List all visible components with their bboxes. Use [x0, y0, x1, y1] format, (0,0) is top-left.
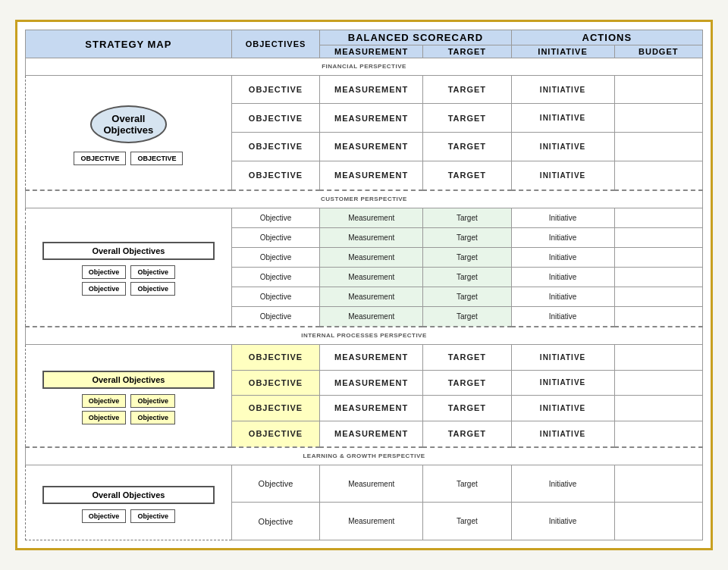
financial-row1-budget	[614, 75, 703, 104]
internal-perspective-label: INTERNAL PROCESSES PERSPECTIVE	[26, 327, 703, 345]
customer-overall-box: Overall Objectives	[42, 242, 215, 260]
learning-row2-budget	[614, 503, 703, 540]
financial-row2-meas: MEASUREMENT	[320, 104, 423, 133]
customer-row1-init: Initiative	[511, 208, 614, 227]
financial-row2-init: INITIATIVE	[511, 104, 614, 133]
customer-row5-budget	[614, 287, 703, 306]
internal-row3-budget	[614, 396, 703, 421]
internal-row4-obj: OBJECTIVE	[231, 421, 319, 447]
financial-row2-target: TARGET	[423, 104, 511, 133]
customer-obj-box-3: Objective	[82, 282, 127, 296]
customer-perspective-label: CUSTOMER PERSPECTIVE	[26, 190, 703, 208]
internal-row1-budget	[614, 344, 703, 370]
financial-row1-init: INITIATIVE	[511, 75, 614, 104]
financial-obj-box-2: OBJECTIVE	[130, 152, 183, 165]
internal-row2-target: TARGET	[423, 370, 511, 396]
customer-row1-meas: Measurement	[320, 208, 423, 227]
customer-row2-obj: Objective	[231, 227, 319, 247]
internal-row2-init: INITIATIVE	[511, 370, 614, 396]
customer-row5-target: Target	[423, 287, 511, 306]
internal-row3-meas: MEASUREMENT	[320, 396, 423, 421]
scorecard-table: STRATEGY MAP OBJECTIVES BALANCED SCORECA…	[25, 30, 703, 540]
customer-row3-target: Target	[423, 247, 511, 267]
header-target: TARGET	[423, 45, 511, 58]
header-strategy-map: STRATEGY MAP	[26, 30, 232, 58]
financial-row4-target: TARGET	[423, 161, 511, 190]
internal-row4-init: INITIATIVE	[511, 421, 614, 447]
internal-row2-budget	[614, 370, 703, 396]
internal-row1-init: INITIATIVE	[511, 344, 614, 370]
header-initiative: INITIATIVE	[511, 45, 614, 58]
financial-row3-obj: OBJECTIVE	[231, 132, 319, 161]
customer-row3-obj: Objective	[231, 247, 319, 267]
internal-row4-target: TARGET	[423, 421, 511, 447]
internal-row3-target: TARGET	[423, 396, 511, 421]
learning-overall-box: Overall Objectives	[42, 486, 215, 504]
internal-row3-init: INITIATIVE	[511, 396, 614, 421]
financial-row2-obj: OBJECTIVE	[231, 104, 319, 133]
customer-row3-meas: Measurement	[320, 247, 423, 267]
learning-perspective-label: LEARNING & GROWTH PERSPECTIVE	[26, 447, 703, 465]
internal-obj-box-1: Objective	[82, 394, 127, 408]
customer-row4-obj: Objective	[231, 267, 319, 287]
learning-row1-init: Initiative	[511, 465, 614, 502]
financial-obj-box-1: OBJECTIVE	[74, 152, 126, 165]
customer-row4-init: Initiative	[511, 267, 614, 287]
financial-row3-target: TARGET	[423, 132, 511, 161]
customer-row6-budget	[614, 306, 703, 327]
customer-row2-meas: Measurement	[320, 227, 423, 247]
customer-obj-box-1: Objective	[82, 265, 127, 279]
learning-row1-target: Target	[423, 465, 511, 502]
header-budget: BUDGET	[614, 45, 703, 58]
internal-obj-box-2: Objective	[130, 394, 175, 408]
customer-row6-obj: Objective	[231, 306, 319, 327]
financial-row4-budget	[614, 161, 703, 190]
customer-row1-target: Target	[423, 208, 511, 227]
financial-perspective-label: FINANCIAL PERSPECTIVE	[26, 58, 703, 76]
customer-row2-target: Target	[423, 227, 511, 247]
customer-row3-init: Initiative	[511, 247, 614, 267]
learning-obj-box-1: Objective	[82, 509, 127, 523]
financial-strategy-cell: OverallObjectives OBJECTIVE OBJECTIVE	[26, 75, 232, 190]
header-balanced-scorecard: BALANCED SCORECARD	[320, 30, 511, 45]
customer-obj-box-2: Objective	[130, 265, 175, 279]
financial-row1-meas: MEASUREMENT	[320, 75, 423, 104]
customer-row6-meas: Measurement	[320, 306, 423, 327]
learning-row2-target: Target	[423, 503, 511, 540]
learning-row1-obj: Objective	[231, 465, 319, 502]
internal-row4-meas: MEASUREMENT	[320, 421, 423, 447]
internal-row2-obj: OBJECTIVE	[231, 370, 319, 396]
customer-row1-budget	[614, 208, 703, 227]
main-container: STRATEGY MAP OBJECTIVES BALANCED SCORECA…	[15, 20, 713, 550]
learning-strategy-cell: Overall Objectives Objective Objective	[26, 465, 232, 540]
header-actions: ACTIONS	[511, 30, 702, 45]
internal-overall-box: Overall Objectives	[42, 371, 215, 389]
financial-row3-init: INITIATIVE	[511, 132, 614, 161]
learning-row1-budget	[614, 465, 703, 502]
customer-row5-obj: Objective	[231, 287, 319, 306]
internal-row1-obj: OBJECTIVE	[231, 344, 319, 370]
header-objectives: OBJECTIVES	[231, 30, 319, 58]
customer-row5-meas: Measurement	[320, 287, 423, 306]
customer-row6-target: Target	[423, 306, 511, 327]
internal-row1-meas: MEASUREMENT	[320, 344, 423, 370]
customer-row4-meas: Measurement	[320, 267, 423, 287]
header-measurement: MEASUREMENT	[320, 45, 423, 58]
financial-row4-obj: OBJECTIVE	[231, 161, 319, 190]
customer-row3-budget	[614, 247, 703, 267]
customer-row1-obj: Objective	[231, 208, 319, 227]
financial-row3-meas: MEASUREMENT	[320, 132, 423, 161]
internal-row1-target: TARGET	[423, 344, 511, 370]
financial-row3-budget	[614, 132, 703, 161]
internal-row2-meas: MEASUREMENT	[320, 370, 423, 396]
customer-row4-budget	[614, 267, 703, 287]
customer-row2-init: Initiative	[511, 227, 614, 247]
financial-overall-oval: OverallObjectives	[90, 105, 168, 143]
customer-obj-box-4: Objective	[130, 282, 175, 296]
internal-obj-box-4: Objective	[130, 411, 175, 424]
internal-row3-obj: OBJECTIVE	[231, 396, 319, 421]
learning-row2-meas: Measurement	[320, 503, 423, 540]
customer-strategy-cell: Overall Objectives Objective Objective O…	[26, 208, 232, 327]
financial-row2-budget	[614, 104, 703, 133]
financial-row1-obj: OBJECTIVE	[231, 75, 319, 104]
